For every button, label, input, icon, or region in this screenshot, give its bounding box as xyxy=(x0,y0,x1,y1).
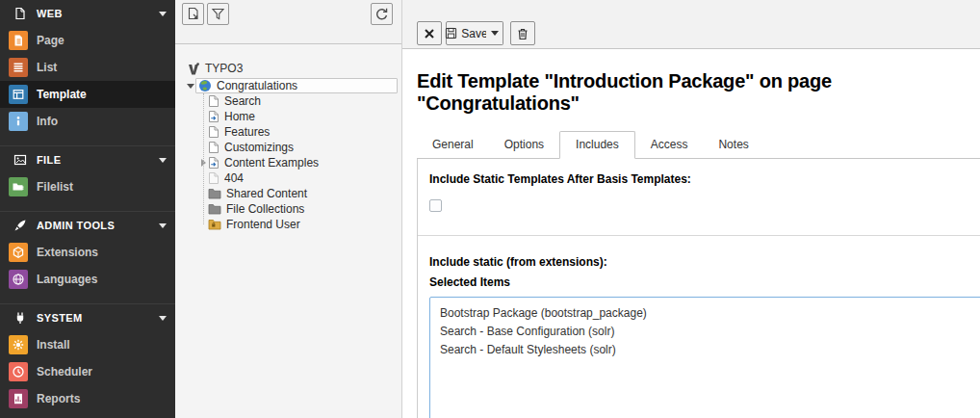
content-area: Save Edit Template "Introduction Package… xyxy=(402,0,980,418)
tree-node-label: Shared Content xyxy=(226,187,307,200)
selected-items-listbox[interactable]: Bootstrap Package (bootstrap_package) Se… xyxy=(429,297,980,418)
section-admin-tools: ADMIN TOOLS Extensions Languages xyxy=(0,211,175,293)
tree-row-features[interactable]: Features xyxy=(175,124,401,140)
caret-down-icon xyxy=(491,31,499,36)
expand-toggle-icon[interactable] xyxy=(198,159,208,167)
image-icon xyxy=(13,152,28,168)
tab-general[interactable]: General xyxy=(417,132,489,158)
section-header-system[interactable]: SYSTEM xyxy=(0,304,175,331)
tree-row-frontend-user[interactable]: Frontend User xyxy=(175,217,401,232)
sidebar-item-languages[interactable]: Languages xyxy=(0,266,175,293)
tree-node-label: TYPO3 xyxy=(205,62,243,75)
sidebar-item-install[interactable]: Install xyxy=(0,331,175,358)
selected-node[interactable]: Congratulations xyxy=(195,78,398,93)
tree-row-home[interactable]: Home xyxy=(175,109,401,124)
page-tree-panel: TYPO3 Congratulations Search xyxy=(175,0,402,418)
page-module-icon xyxy=(9,31,28,50)
tree-row-404[interactable]: 404 xyxy=(175,170,401,186)
sidebar-item-label: Filelist xyxy=(37,180,73,194)
cube-icon xyxy=(9,243,28,262)
page-icon xyxy=(208,125,219,139)
web-doc-icon xyxy=(13,6,28,21)
delete-button[interactable] xyxy=(510,21,535,45)
section-file: FILE Filelist xyxy=(0,145,175,200)
sidebar-item-info[interactable]: Info xyxy=(0,108,175,135)
page-hidden-icon xyxy=(208,171,219,185)
doc-header-toolbar: Save xyxy=(402,0,980,49)
page-title: Edit Template "Introduction Package" on … xyxy=(417,70,980,115)
selected-items-label: Selected Items xyxy=(429,275,980,289)
tree-row-congratulations[interactable]: Congratulations xyxy=(175,78,401,93)
static-after-basis-section: Include Static Templates After Basis Tem… xyxy=(418,159,980,236)
filter-funnel-button[interactable] xyxy=(207,3,229,25)
save-button-label: Save xyxy=(461,27,487,40)
page-shortcut-icon xyxy=(208,156,219,170)
folder-user-icon xyxy=(208,219,221,230)
page-icon xyxy=(208,94,219,108)
tree-root-row[interactable]: TYPO3 xyxy=(175,61,401,76)
sidebar-item-reports[interactable]: Reports xyxy=(0,385,175,412)
sidebar-item-label: Reports xyxy=(37,392,80,405)
tree-children: Search Home Features xyxy=(175,93,401,232)
tree-row-search[interactable]: Search xyxy=(175,93,401,109)
module-menu: WEB Page List Template Info xyxy=(0,0,175,418)
template-module-icon xyxy=(9,85,28,104)
section-header-admin-tools[interactable]: ADMIN TOOLS xyxy=(0,212,175,239)
listbox-option[interactable]: Search - Base Configuration (solr) xyxy=(430,323,980,341)
sidebar-item-label: Install xyxy=(37,338,70,352)
tree-node-label: 404 xyxy=(224,171,244,185)
listbox-option[interactable]: Search - Default Stylesheets (solr) xyxy=(430,341,980,359)
section-label: WEB xyxy=(37,8,159,19)
sidebar-item-label: Info xyxy=(37,115,58,128)
section-label: SYSTEM xyxy=(37,312,159,324)
sidebar-item-template[interactable]: Template xyxy=(0,81,175,108)
typo3-logo-icon xyxy=(187,62,200,76)
sidebar-item-extensions[interactable]: Extensions xyxy=(0,239,175,266)
tab-notes[interactable]: Notes xyxy=(703,132,763,158)
sidebar-item-label: Scheduler xyxy=(37,365,92,379)
section-system: SYSTEM Install Scheduler Reports xyxy=(0,303,175,412)
static-after-basis-label: Include Static Templates After Basis Tem… xyxy=(429,172,968,186)
sidebar-item-list[interactable]: List xyxy=(0,54,175,81)
sidebar-item-scheduler[interactable]: Scheduler xyxy=(0,358,175,385)
section-header-web[interactable]: WEB xyxy=(0,0,175,27)
tab-options[interactable]: Options xyxy=(489,132,559,158)
folder-icon xyxy=(208,203,221,215)
floppy-disk-icon xyxy=(445,27,457,39)
tab-includes[interactable]: Includes xyxy=(559,131,635,159)
tree-row-content-examples[interactable]: Content Examples xyxy=(175,155,401,170)
sidebar-item-filelist[interactable]: Filelist xyxy=(0,173,175,200)
section-header-file[interactable]: FILE xyxy=(0,146,175,173)
gear-icon xyxy=(9,335,28,354)
tree-row-file-collections[interactable]: File Collections xyxy=(175,201,401,217)
tree-node-label: Content Examples xyxy=(224,156,319,170)
sidebar-item-label: Languages xyxy=(37,273,97,286)
save-options-button[interactable] xyxy=(486,21,503,45)
static-after-basis-checkbox[interactable] xyxy=(429,199,442,212)
refresh-button[interactable] xyxy=(371,3,393,25)
tree-row-customizings[interactable]: Customizings xyxy=(175,140,401,155)
globe-module-icon xyxy=(9,270,28,289)
tree-row-shared-content[interactable]: Shared Content xyxy=(175,186,401,201)
tab-bar: General Options Includes Access Notes xyxy=(417,133,980,159)
includes-tab-panel: Include Static Templates After Basis Tem… xyxy=(417,159,980,418)
tab-access[interactable]: Access xyxy=(635,132,704,158)
chevron-down-icon xyxy=(159,316,167,321)
section-web: WEB Page List Template Info xyxy=(0,0,175,135)
collapse-toggle-icon[interactable] xyxy=(186,84,195,89)
sidebar-item-page[interactable]: Page xyxy=(0,27,175,54)
folder-icon xyxy=(208,188,221,199)
plug-icon xyxy=(13,310,28,326)
sidebar-item-label: Template xyxy=(37,88,87,101)
rocket-icon xyxy=(13,218,28,233)
close-button[interactable] xyxy=(417,21,442,45)
listbox-option[interactable]: Bootstrap Package (bootstrap_package) xyxy=(430,304,980,323)
include-static-label: Include static (from extensions): xyxy=(429,255,607,269)
tree-node-label: Customizings xyxy=(224,141,294,154)
folder-module-icon xyxy=(9,177,28,196)
save-button[interactable]: Save xyxy=(446,21,487,45)
new-page-button[interactable] xyxy=(182,3,204,25)
tree-node-label: Congratulations xyxy=(217,79,297,92)
site-globe-icon xyxy=(198,79,212,92)
page-shortcut-icon xyxy=(208,110,219,123)
